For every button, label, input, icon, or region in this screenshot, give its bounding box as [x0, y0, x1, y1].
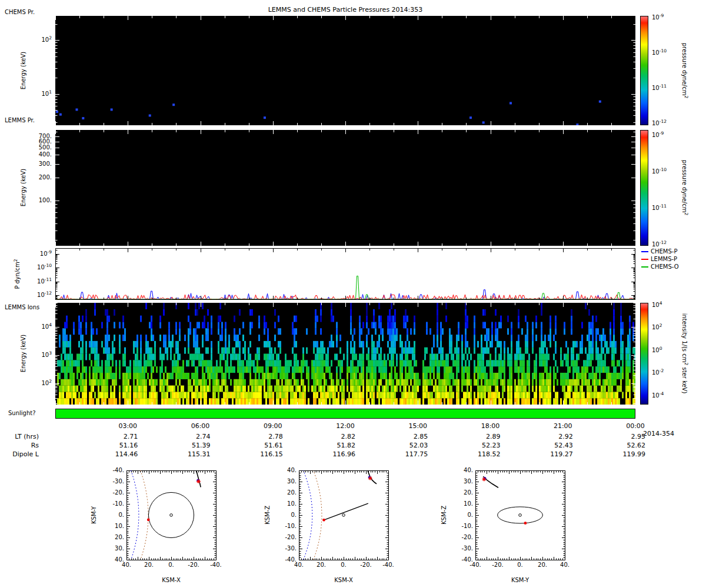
orbit-y-tick-label: 0. — [291, 512, 297, 518]
orbit-plot-ksmy-ksmz-canvas — [475, 470, 565, 560]
colorbar-tick-label: 10-4 — [652, 393, 664, 399]
colorbar-intensity-ions — [640, 303, 648, 405]
y-axis-label-energy-ions: Energy (keV) — [21, 335, 26, 372]
ephemeris-value: 119.99 — [623, 451, 646, 457]
sunlight-bar — [55, 409, 635, 419]
y-tick-label: 10-10 — [37, 265, 52, 270]
ephemeris-value: 117.75 — [405, 451, 428, 457]
orbit-x-tick-label: -20. — [360, 562, 372, 568]
time-tick-label: 18:00 — [481, 423, 500, 429]
orbit-yz-ylabel: KSM-Z — [441, 506, 447, 524]
orbit-x-tick-label: -40. — [382, 562, 394, 568]
colorbar-label-pressure-chems: pressure dyne/cm2 — [681, 43, 687, 99]
orbit-x-tick-label: 20. — [317, 562, 326, 568]
colorbar-tick-label: 10-12 — [652, 121, 667, 126]
date-label: 2014-354 — [643, 430, 674, 437]
orbit-x-tick-label: 40. — [560, 562, 570, 568]
colorbar-tick-label: 10-10 — [652, 50, 667, 56]
orbit-y-tick-label: 0. — [118, 512, 124, 518]
ephemeris-value: 2.95 — [631, 433, 646, 440]
ephemeris-value: 52.03 — [409, 442, 428, 449]
y-tick-label: 200. — [39, 175, 52, 181]
y-tick-label: 102 — [41, 380, 52, 386]
y-tick-label: 500. — [39, 145, 52, 151]
orbit-y-tick-label: 20. — [464, 490, 473, 496]
ephemeris-value: 52.62 — [627, 442, 646, 449]
ephemeris-value: 2.78 — [268, 433, 283, 440]
lemms-ions-spectrogram-canvas — [55, 303, 635, 405]
colorbar-pressure-chems — [640, 16, 648, 125]
orbit-x-tick-label: 20. — [144, 562, 154, 568]
time-tick-label: 15:00 — [408, 423, 427, 429]
colorbar-tick-label: 10-12 — [652, 242, 667, 248]
orbit-x-tick-label: -40. — [210, 562, 222, 568]
ephemeris-value: 52.43 — [554, 442, 573, 449]
orbit-x-tick-label: -20. — [492, 562, 504, 568]
time-tick-label: 06:00 — [191, 423, 210, 429]
orbit-y-tick-label: -20. — [285, 534, 297, 540]
ephemeris-value: 119.27 — [550, 451, 573, 457]
ephemeris-row-label-lt: LT (hrs) — [15, 433, 39, 440]
orbit-plot-ksmx-ksmy-canvas — [126, 470, 217, 560]
y-tick-label: 300. — [39, 161, 52, 167]
orbit-x-tick-label: -20. — [188, 562, 199, 568]
y-tick-label: 102 — [41, 37, 52, 43]
orbit-y-tick-label: 10. — [115, 523, 124, 529]
ephemeris-value: 51.39 — [192, 442, 211, 449]
orbit-x-tick-label: 20. — [538, 562, 547, 568]
orbit-y-tick-label: 10. — [287, 501, 297, 507]
colorbar-tick-label: 10-10 — [652, 169, 667, 175]
time-tick-label: 12:00 — [336, 423, 355, 429]
y-axis-label-pressure: P dyn/cm2 — [15, 259, 21, 289]
y-axis-label-energy-chems: Energy (keV) — [21, 52, 26, 89]
orbit-y-tick-label: -40. — [461, 557, 473, 563]
orbit-x-tick-label: 40. — [122, 562, 131, 568]
orbit-y-tick-label: -30. — [461, 546, 473, 552]
page-title: LEMMS and CHEMS Particle Pressures 2014:… — [268, 6, 423, 13]
colorbar-tick-label: 10-11 — [652, 205, 667, 211]
orbit-y-tick-label: -30. — [285, 546, 297, 552]
orbit-xy-xlabel: KSM-X — [162, 577, 181, 583]
legend-label-chems-o: CHEMS-O — [651, 264, 679, 270]
orbit-x-tick-label: -40. — [469, 562, 481, 568]
chems-pressure-spectrogram-panel — [55, 16, 635, 125]
ephemeris-value: 51.82 — [337, 442, 356, 449]
y-tick-label: 10-9 — [40, 251, 52, 257]
y-tick-label: 104 — [41, 324, 52, 330]
panel-label-chems-pressure: CHEMS Pr. — [5, 9, 35, 15]
orbit-y-tick-label: 40. — [464, 467, 473, 473]
orbit-y-tick-label: 30. — [464, 479, 473, 485]
sunlight-label: Sunlight? — [8, 410, 36, 416]
ephemeris-value: 118.52 — [478, 451, 501, 457]
orbit-y-tick-label: 20. — [287, 490, 297, 496]
y-tick-label: 10-11 — [37, 279, 52, 285]
colorbar-label-intensity-ions: intensity 1/(s cm2 ster keV) — [681, 313, 687, 394]
y-tick-label: 10-12 — [37, 292, 52, 298]
orbit-y-tick-label: -40. — [285, 557, 297, 563]
orbit-y-tick-label: 30. — [287, 479, 297, 485]
orbit-y-tick-label: 30. — [115, 546, 124, 552]
mimi-quicklook-page: LEMMS and CHEMS Particle Pressures 2014:… — [0, 0, 706, 588]
orbit-xz-ylabel: KSM-Z — [265, 506, 271, 524]
legend-chip-lemms-p — [641, 259, 648, 260]
colorbar-tick-label: 10-2 — [652, 370, 664, 376]
orbit-x-tick-label: 40. — [294, 562, 304, 568]
legend-chip-chems-p — [641, 251, 648, 252]
colorbar-tick-label: 10-9 — [652, 15, 664, 21]
orbit-y-tick-label: -20. — [461, 534, 473, 540]
time-tick-label: 09:00 — [264, 423, 282, 429]
ephemeris-value: 116.15 — [260, 451, 283, 457]
ephemeris-value: 2.92 — [558, 433, 573, 440]
y-tick-label: 400. — [39, 152, 52, 158]
orbit-xy-ylabel: KSM-Y — [91, 506, 97, 524]
legend-chip-chems-o — [641, 266, 648, 268]
ephemeris-value: 116.96 — [333, 451, 356, 457]
orbit-x-tick-label: 0. — [341, 562, 347, 568]
orbit-plot-ksmx-ksmz-canvas — [299, 470, 389, 560]
colorbar-tick-label: 10-11 — [652, 85, 667, 91]
orbit-y-tick-label: -40. — [112, 467, 124, 473]
time-tick-label: 21:00 — [554, 423, 572, 429]
y-tick-label: 100. — [39, 198, 52, 203]
lemms-pressure-spectrogram-panel — [55, 130, 635, 246]
panel-label-lemms-pressure: LEMMS Pr. — [5, 118, 35, 123]
